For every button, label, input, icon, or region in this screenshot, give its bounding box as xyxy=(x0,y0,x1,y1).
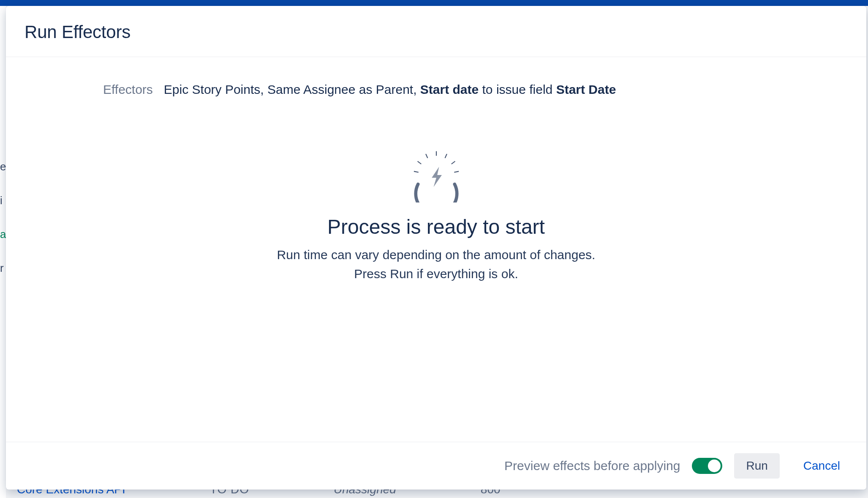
svg-line-3 xyxy=(426,154,427,158)
effectors-label: Effectors xyxy=(103,82,153,97)
effectors-value: Epic Story Points, Same Assignee as Pare… xyxy=(164,82,616,97)
ready-title: Process is ready to start xyxy=(327,215,545,238)
modal-footer: Preview effects before applying Run Canc… xyxy=(6,442,866,490)
modal-header: Run Effectors xyxy=(6,6,866,57)
gauge-icon xyxy=(409,148,464,202)
effectors-target-field: Start Date xyxy=(556,82,616,96)
ready-state: Process is ready to start Run time can v… xyxy=(31,148,841,283)
preview-toggle[interactable] xyxy=(692,458,722,474)
cancel-button[interactable]: Cancel xyxy=(792,453,852,479)
run-button[interactable]: Run xyxy=(734,453,779,479)
effectors-text: to issue field xyxy=(479,82,556,96)
svg-line-6 xyxy=(454,171,459,172)
svg-line-1 xyxy=(445,154,446,158)
ready-line: Press Run if everything is ok. xyxy=(277,264,596,283)
run-effectors-modal: Run Effectors Effectors Epic Story Point… xyxy=(6,6,866,490)
app-topbar-sliver xyxy=(0,0,868,6)
effectors-summary: Effectors Epic Story Points, Same Assign… xyxy=(31,82,841,97)
svg-line-4 xyxy=(417,161,421,164)
effectors-source-field: Start date xyxy=(420,82,479,96)
ready-line: Run time can vary depending on the amoun… xyxy=(277,245,596,264)
ready-description: Run time can vary depending on the amoun… xyxy=(277,245,596,283)
svg-line-5 xyxy=(414,171,418,172)
preview-toggle-label: Preview effects before applying xyxy=(504,459,680,473)
modal-title: Run Effectors xyxy=(24,22,848,42)
svg-line-2 xyxy=(451,161,455,164)
left-column-sliver: eiar xyxy=(0,6,6,498)
effectors-text: Epic Story Points, Same Assignee as Pare… xyxy=(164,82,420,96)
modal-body: Effectors Epic Story Points, Same Assign… xyxy=(6,57,866,442)
